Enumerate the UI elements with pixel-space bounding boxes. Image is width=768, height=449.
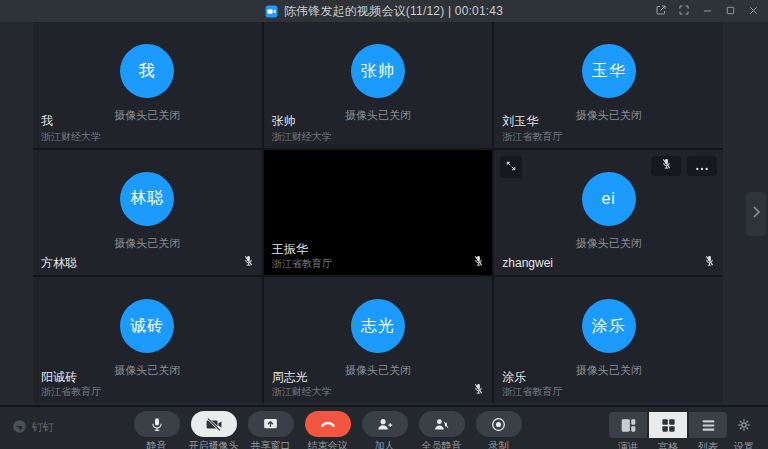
muted-mic-icon [473,382,484,396]
view-grid-view-button[interactable]: 宫格 [649,412,687,449]
popout-button[interactable] [654,3,668,19]
footer-end-meeting-button[interactable]: 结束会议 [299,411,356,449]
share-screen-icon [248,411,294,437]
view-toggle-label: 列表 [698,440,718,449]
camera-status-label: 摄像头已关闭 [114,236,180,251]
toolbar-button-label: 开启摄像头 [189,439,239,449]
meeting-stage: 我 摄像头已关闭 我 浙江财经大学 张帅 摄像头已关闭 张帅 浙江财经大学 玉华… [0,22,768,405]
nameplate: 王振华 浙江省教育厅 [272,242,332,270]
participant-org: 浙江财经大学 [41,131,101,143]
record-icon [476,411,522,437]
muted-mic-icon [243,254,254,268]
participant-name: 涂乐 [502,370,562,384]
avatar: 诚砖 [120,299,174,353]
participant-name: zhangwei [502,256,553,270]
participant-org: 浙江省教育厅 [502,131,562,143]
participant-tile-王振华[interactable]: 王振华 浙江省教育厅 [264,150,493,276]
camera-status-label: 摄像头已关闭 [576,236,642,251]
close-button[interactable] [746,3,760,19]
fullscreen-button[interactable] [677,3,691,19]
nameplate: 周志光 浙江财经大学 [272,370,332,398]
expand-panel-button[interactable] [746,192,766,236]
settings-label: 设置 [734,440,754,449]
maximize-icon [725,2,736,20]
minimize-button[interactable] [700,3,714,19]
participant-name: 周志光 [272,370,332,384]
participant-tile-刘玉华[interactable]: 玉华 摄像头已关闭 刘玉华 浙江省教育厅 [494,22,723,148]
muted-mic-icon [704,254,715,268]
maximize-button[interactable] [723,3,737,19]
camera-status-label: 摄像头已关闭 [576,108,642,123]
participant-tile-周志光[interactable]: 志光 摄像头已关闭 周志光 浙江财经大学 [264,277,493,403]
mute-participant-button[interactable] [651,156,681,176]
view-toggle-label: 宫格 [658,440,678,449]
view-speaker-view-button[interactable]: 演讲 [609,412,647,449]
toolbar-button-label: 加人 [375,439,395,449]
nameplate: 我 浙江财经大学 [41,114,101,142]
avatar: 涂乐 [582,299,636,353]
microphone-icon [134,411,180,437]
avatar: 我 [120,44,174,98]
avatar: 志光 [351,299,405,353]
more-options-button[interactable] [687,156,717,176]
dingtalk-logo: 钉钉 [12,419,54,436]
tile-center: 涂乐 摄像头已关闭 [494,299,723,378]
chevron-right-icon [751,205,761,223]
minimize-icon [702,2,713,20]
toolbar-button-label: 全员静音 [422,439,462,449]
participant-tile-我[interactable]: 我 摄像头已关闭 我 浙江财经大学 [33,22,262,148]
participant-name: 阳诚砖 [41,370,101,384]
camera-off-icon [191,411,237,437]
expand-tile-button[interactable] [500,156,522,178]
footer-share-button[interactable]: 共享窗口 [242,411,299,449]
speaker-view-icon [609,412,647,438]
participant-org: 浙江省教育厅 [41,386,101,398]
footer-settings-button[interactable]: 设置 [727,412,761,449]
mute-all-icon [419,411,465,437]
participant-org: 浙江财经大学 [272,386,332,398]
title-bar: 陈伟锋发起的视频会议(11/12) | 00:01:43 [0,0,768,22]
list-view-icon [689,412,727,438]
toolbar-buttons: 静音 开启摄像头 共享窗口 结束会议 加人 全员静音 录制 [128,411,527,449]
popout-icon [655,2,667,20]
nameplate: 张帅 浙江财经大学 [272,114,332,142]
participant-tile-zhangwei[interactable]: ei 摄像头已关闭 zhangwei [494,150,723,276]
participant-name: 我 [41,114,101,128]
tile-center: 林聪 摄像头已关闭 [33,172,262,251]
layout-toggle-group: 演讲 宫格 列表 [609,412,727,449]
dingtalk-logo-icon [12,419,27,436]
tile-center: 张帅 摄像头已关闭 [264,44,493,123]
toolbar-button-label: 共享窗口 [251,439,291,449]
footer-camera-button[interactable]: 开启摄像头 [185,411,242,449]
participant-name: 方林聪 [41,256,77,270]
footer-add-person-button[interactable]: 加人 [356,411,413,449]
avatar: 林聪 [120,172,174,226]
title-wrap: 陈伟锋发起的视频会议(11/12) | 00:01:43 [265,3,503,20]
tile-center: 我 摄像头已关闭 [33,44,262,123]
nameplate: 方林聪 [41,256,77,270]
tile-hover-controls [651,156,717,176]
tile-center: 诚砖 摄像头已关闭 [33,299,262,378]
view-list-view-button[interactable]: 列表 [689,412,727,449]
meeting-badge-icon [265,5,278,18]
participant-tile-张帅[interactable]: 张帅 摄像头已关闭 张帅 浙江财经大学 [264,22,493,148]
participant-tile-阳诚砖[interactable]: 诚砖 摄像头已关闭 阳诚砖 浙江省教育厅 [33,277,262,403]
footer-mute-button[interactable]: 静音 [128,411,185,449]
participant-tile-方林聪[interactable]: 林聪 摄像头已关闭 方林聪 [33,150,262,276]
close-icon [748,2,759,20]
footer-record-button[interactable]: 录制 [470,411,527,449]
window-title: 陈伟锋发起的视频会议(11/12) | 00:01:43 [284,3,503,20]
tile-center: 志光 摄像头已关闭 [264,299,493,378]
footer-mute-all-button[interactable]: 全员静音 [413,411,470,449]
nameplate: 阳诚砖 浙江省教育厅 [41,370,101,398]
camera-status-label: 摄像头已关闭 [114,108,180,123]
avatar: ei [582,172,636,226]
gear-icon [736,412,752,438]
camera-status-label: 摄像头已关闭 [345,363,411,378]
avatar: 玉华 [582,44,636,98]
tile-center: ei 摄像头已关闭 [494,172,723,251]
add-person-icon [362,411,408,437]
participant-tile-涂乐[interactable]: 涂乐 摄像头已关闭 涂乐 浙江省教育厅 [494,277,723,403]
camera-status-label: 摄像头已关闭 [114,363,180,378]
camera-status-label: 摄像头已关闭 [345,108,411,123]
